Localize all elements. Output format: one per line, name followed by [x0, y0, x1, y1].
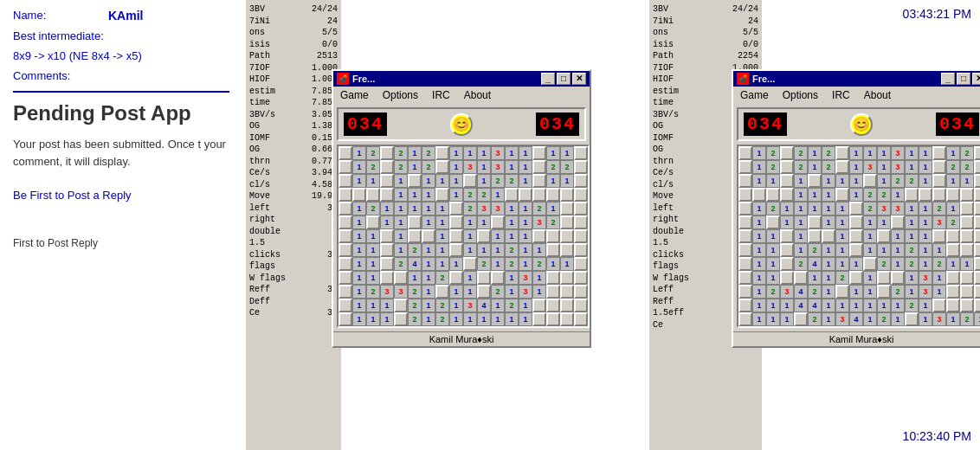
- grid-cell[interactable]: 2: [905, 257, 919, 271]
- grid-cell[interactable]: [974, 202, 980, 215]
- grid-cell[interactable]: 1: [766, 299, 780, 312]
- grid-cell[interactable]: [919, 188, 932, 202]
- grid-cell[interactable]: 1: [780, 312, 794, 326]
- grid-cell[interactable]: 1: [766, 174, 780, 188]
- grid-cell[interactable]: [532, 174, 546, 188]
- grid-cell[interactable]: 1: [905, 160, 919, 174]
- grid-cell[interactable]: [974, 146, 980, 160]
- grid-cell[interactable]: 1: [863, 229, 877, 243]
- grid-cell[interactable]: 2: [946, 160, 960, 174]
- grid-cell[interactable]: [891, 271, 905, 285]
- grid-cell[interactable]: 1: [835, 229, 849, 243]
- grid-cell[interactable]: [477, 229, 491, 243]
- grid-cell[interactable]: 1: [919, 160, 932, 174]
- grid-cell[interactable]: 2: [435, 312, 449, 326]
- grid-cell[interactable]: [738, 215, 752, 229]
- grid-cell[interactable]: [532, 229, 546, 243]
- grid-cell[interactable]: 3: [863, 160, 877, 174]
- grid-cell[interactable]: 1: [449, 299, 463, 312]
- grid-cell[interactable]: 2: [808, 285, 822, 299]
- grid-cell[interactable]: [477, 285, 491, 299]
- grid-cell[interactable]: 1: [352, 271, 366, 285]
- maximize-button-1[interactable]: □: [557, 73, 571, 85]
- grid-cell[interactable]: 1: [519, 312, 532, 326]
- grid-cell[interactable]: 1: [877, 174, 891, 188]
- grid-cell[interactable]: 1: [435, 243, 449, 257]
- grid-cell[interactable]: 2: [505, 174, 519, 188]
- menu-options-1[interactable]: Options: [379, 88, 422, 102]
- grid-cell[interactable]: [574, 285, 588, 299]
- grid-cell[interactable]: 1: [891, 229, 905, 243]
- grid-cell[interactable]: [960, 202, 974, 215]
- grid-cell[interactable]: 3: [932, 215, 946, 229]
- grid-cell[interactable]: [380, 160, 394, 174]
- grid-cell[interactable]: 1: [863, 299, 877, 312]
- grid-cell[interactable]: 1: [380, 202, 394, 215]
- grid-cell[interactable]: 1: [863, 243, 877, 257]
- grid-cell[interactable]: [863, 174, 877, 188]
- grid-cell[interactable]: [738, 285, 752, 299]
- grid-cell[interactable]: [560, 243, 574, 257]
- grid-cell[interactable]: 1: [919, 312, 932, 326]
- grid-cell[interactable]: [338, 271, 352, 285]
- grid-cell[interactable]: [946, 188, 960, 202]
- grid-cell[interactable]: 1: [877, 243, 891, 257]
- grid-cell[interactable]: 1: [960, 174, 974, 188]
- grid-cell[interactable]: [491, 271, 505, 285]
- grid-cell[interactable]: 1: [752, 146, 766, 160]
- grid-cell[interactable]: 2: [532, 257, 546, 271]
- grid-cell[interactable]: [960, 271, 974, 285]
- grid-cell[interactable]: 3: [491, 160, 505, 174]
- grid-cell[interactable]: 2: [905, 174, 919, 188]
- grid-cell[interactable]: [435, 285, 449, 299]
- grid-cell[interactable]: [974, 229, 980, 243]
- grid-cell[interactable]: 1: [352, 229, 366, 243]
- grid-cell[interactable]: [338, 215, 352, 229]
- grid-cell[interactable]: [766, 215, 780, 229]
- grid-cell[interactable]: [546, 188, 560, 202]
- grid-cell[interactable]: [408, 229, 422, 243]
- grid-cell[interactable]: [974, 160, 980, 174]
- grid-cell[interactable]: [435, 160, 449, 174]
- grid-cell[interactable]: 1: [877, 160, 891, 174]
- grid-cell[interactable]: 1: [849, 188, 863, 202]
- smiley-button-1[interactable]: 😊: [450, 113, 473, 136]
- grid-cell[interactable]: 1: [849, 160, 863, 174]
- grid-cell[interactable]: [974, 243, 980, 257]
- grid-cell[interactable]: 1: [919, 229, 932, 243]
- grid-cell[interactable]: 3: [877, 202, 891, 215]
- grid-cell[interactable]: 2: [435, 271, 449, 285]
- grid-cell[interactable]: [408, 174, 422, 188]
- grid-cell[interactable]: 1: [422, 285, 435, 299]
- grid-cell[interactable]: [808, 229, 822, 243]
- grid-cell[interactable]: 2: [835, 271, 849, 285]
- grid-cell[interactable]: 3: [463, 299, 477, 312]
- grid-cell[interactable]: 2: [505, 299, 519, 312]
- grid-cell[interactable]: 4: [794, 285, 808, 299]
- grid-cell[interactable]: 3: [932, 312, 946, 326]
- grid-cell[interactable]: 3: [780, 285, 794, 299]
- grid-cell[interactable]: 1: [546, 174, 560, 188]
- grid-cell[interactable]: 1: [477, 174, 491, 188]
- grid-cell[interactable]: [974, 174, 980, 188]
- grid-cell[interactable]: 2: [505, 243, 519, 257]
- grid-cell[interactable]: 1: [463, 271, 477, 285]
- grid-cell[interactable]: [338, 285, 352, 299]
- grid-cell[interactable]: 1: [366, 312, 380, 326]
- grid-cell[interactable]: 1: [849, 257, 863, 271]
- grid-cell[interactable]: [366, 215, 380, 229]
- grid-cell[interactable]: [738, 146, 752, 160]
- grid-cell[interactable]: 1: [905, 271, 919, 285]
- grid-cell[interactable]: 1: [808, 146, 822, 160]
- grid-cell[interactable]: [380, 146, 394, 160]
- grid-cell[interactable]: 1: [422, 243, 435, 257]
- grid-cell[interactable]: [946, 299, 960, 312]
- grid-cell[interactable]: 2: [408, 299, 422, 312]
- grid-cell[interactable]: 2: [877, 257, 891, 271]
- grid-cell[interactable]: 1: [891, 188, 905, 202]
- grid-cell[interactable]: 1: [394, 229, 408, 243]
- grid-cell[interactable]: 2: [532, 202, 546, 215]
- menu-about-2[interactable]: About: [861, 88, 894, 102]
- grid-cell[interactable]: [932, 146, 946, 160]
- grid-cell[interactable]: 1: [449, 188, 463, 202]
